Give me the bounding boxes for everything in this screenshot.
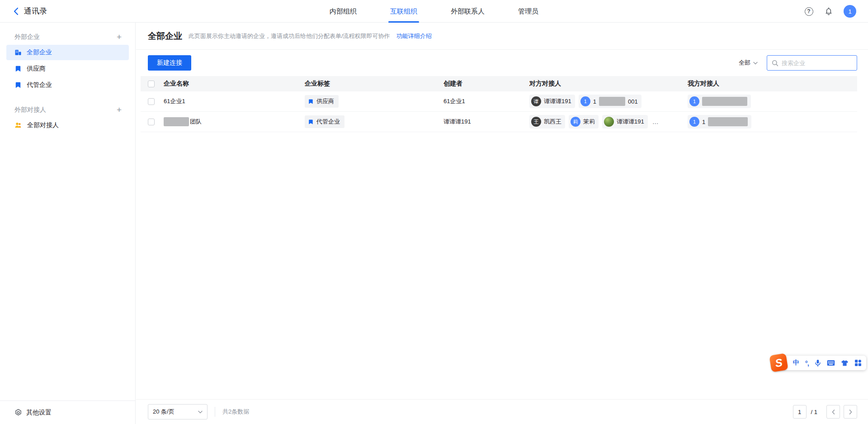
chevron-down-icon <box>198 410 203 414</box>
table-row[interactable]: 团队 代管企业 谭谭谭191 王 凯西王 莉 <box>141 112 857 132</box>
avatar <box>604 117 614 127</box>
next-page-button[interactable] <box>844 405 857 419</box>
page-size-value: 20 条/页 <box>153 408 175 416</box>
contact-chip[interactable]: 1 <box>688 95 751 108</box>
table-header-row: 企业名称 企业标签 创建者 对方对接人 我方对接人 <box>141 76 857 91</box>
ime-skin-icon[interactable] <box>841 360 849 367</box>
page-size-select[interactable]: 20 条/页 <box>148 404 208 419</box>
sidebar-footer-label: 其他设置 <box>26 409 52 417</box>
sidebar-item-other-settings[interactable]: 其他设置 <box>0 400 135 424</box>
feature-detail-link[interactable]: 功能详细介绍 <box>396 32 432 40</box>
contact-name-suffix: 001 <box>628 98 638 105</box>
their-contacts-cell: 谭 谭谭谭191 1 1 001 <box>529 95 688 108</box>
prev-page-button[interactable] <box>826 405 840 419</box>
contact-name-prefix: 1 <box>702 119 705 125</box>
avatar: 莉 <box>571 117 580 127</box>
avatar: 1 <box>689 117 699 127</box>
total-count-text: 共2条数据 <box>222 408 249 416</box>
user-avatar[interactable]: 1 <box>844 5 856 18</box>
company-name-cell: 团队 <box>164 117 305 126</box>
sidebar-item-label: 供应商 <box>27 65 46 73</box>
redacted-text <box>599 97 625 106</box>
avatar: 谭 <box>531 96 541 106</box>
new-connection-button[interactable]: 新建连接 <box>148 55 191 71</box>
table-row[interactable]: 61企业1 供应商 61企业1 谭 谭谭谭191 1 1 <box>141 91 857 112</box>
back-button[interactable]: 通讯录 <box>14 6 47 16</box>
page-total-text: / 1 <box>811 409 817 415</box>
contact-chip[interactable]: 王 凯西王 <box>529 115 565 129</box>
my-contacts-cell: 1 1 <box>688 115 857 129</box>
company-tag-badge: 代管企业 <box>305 115 344 128</box>
search-input[interactable] <box>782 60 852 67</box>
ime-language-mode[interactable]: 中 <box>793 359 799 367</box>
page-subtitle: 此页面展示你主动邀请的企业，邀请成功后给他们分配表单/流程权限即可协作 <box>189 32 390 40</box>
redacted-text <box>164 117 189 126</box>
contact-name: 凯西王 <box>544 118 561 126</box>
page-header: 全部企业 此页面展示你主动邀请的企业，邀请成功后给他们分配表单/流程权限即可协作… <box>136 23 868 50</box>
filter-label: 全部 <box>739 59 750 67</box>
add-contact-icon[interactable]: + <box>117 105 122 114</box>
contacts-overflow-ellipsis: … <box>652 118 659 125</box>
column-header-their-contact: 对方对接人 <box>529 80 688 88</box>
ime-microphone-icon[interactable] <box>815 359 821 367</box>
topbar-actions: ? 1 <box>804 0 856 23</box>
creator-cell: 谭谭谭191 <box>443 118 529 126</box>
sidebar-item-label: 代管企业 <box>27 81 52 89</box>
bookmark-icon <box>308 119 314 125</box>
column-header-my-contact: 我方对接人 <box>688 80 857 88</box>
sidebar-item-label: 全部企业 <box>27 48 52 57</box>
avatar: 1 <box>580 96 590 106</box>
sidebar-section-external-contacts: 外部对接人 + 全部对接人 <box>0 105 135 136</box>
sidebar-item-managed-companies[interactable]: 代管企业 <box>6 77 129 93</box>
column-header-company-tag: 企业标签 <box>305 80 443 88</box>
app-window: 通讯录 内部组织 互联组织 外部联系人 管理员 ? 1 <box>0 0 868 424</box>
tab-external-contacts[interactable]: 外部联系人 <box>451 0 485 23</box>
company-icon <box>14 49 22 56</box>
ime-punctuation-icon[interactable]: °, <box>805 359 809 367</box>
company-name-cell: 61企业1 <box>164 97 305 105</box>
bell-icon[interactable] <box>824 6 834 16</box>
select-all-checkbox[interactable] <box>148 81 155 87</box>
column-header-company-name: 企业名称 <box>164 80 305 88</box>
redacted-text <box>708 117 748 126</box>
bookmark-icon <box>14 81 22 89</box>
main-content: 全部企业 此页面展示你主动邀请的企业，邀请成功后给他们分配表单/流程权限即可协作… <box>136 23 868 424</box>
tab-connected-org[interactable]: 互联组织 <box>390 0 417 23</box>
page-number-input[interactable] <box>793 405 807 419</box>
tab-internal-org[interactable]: 内部组织 <box>330 0 357 23</box>
tab-admin[interactable]: 管理员 <box>518 0 538 23</box>
sidebar-item-label: 全部对接人 <box>27 121 59 129</box>
sidebar-item-all-contacts[interactable]: 全部对接人 <box>6 118 129 133</box>
contact-chip[interactable]: 1 1 001 <box>579 95 642 108</box>
their-contacts-cell: 王 凯西王 莉 茉莉 谭谭谭191 … <box>529 115 688 129</box>
sidebar-item-suppliers[interactable]: 供应商 <box>6 61 129 76</box>
add-company-icon[interactable]: + <box>117 33 122 41</box>
contact-chip[interactable]: 谭谭谭191 <box>602 115 648 129</box>
section-title: 外部对接人 <box>14 106 46 114</box>
filter-dropdown[interactable]: 全部 <box>739 59 758 67</box>
people-icon <box>14 122 22 129</box>
contact-chip[interactable]: 1 1 <box>688 115 751 129</box>
table-footer: 20 条/页 共2条数据 / 1 <box>136 399 868 424</box>
contact-name-prefix: 1 <box>593 98 596 105</box>
chevron-left-icon <box>832 410 835 414</box>
companies-table: 企业名称 企业标签 创建者 对方对接人 我方对接人 61企业1 供应商 61企业… <box>141 76 857 132</box>
contact-name: 谭谭谭191 <box>617 118 644 126</box>
toolbar: 新建连接 全部 <box>136 50 868 76</box>
chevron-left-icon <box>14 7 19 15</box>
row-checkbox[interactable] <box>148 98 155 105</box>
ime-logo-icon[interactable]: S <box>769 353 788 372</box>
ime-keyboard-icon[interactable] <box>827 360 835 366</box>
avatar: 1 <box>689 96 699 106</box>
contact-name: 谭谭谭191 <box>544 97 571 105</box>
sidebar-item-all-companies[interactable]: 全部企业 <box>6 45 129 60</box>
help-icon[interactable]: ? <box>804 6 814 16</box>
search-box <box>767 55 857 71</box>
contact-chip[interactable]: 莉 茉莉 <box>569 115 599 129</box>
main-tabs: 内部组织 互联组织 外部联系人 管理员 <box>330 0 538 23</box>
row-checkbox[interactable] <box>148 119 155 125</box>
page-title: 全部企业 <box>148 30 182 42</box>
contact-chip[interactable]: 谭 谭谭谭191 <box>529 95 575 108</box>
chevron-down-icon <box>753 62 758 65</box>
ime-toolbox-icon[interactable] <box>854 359 862 367</box>
